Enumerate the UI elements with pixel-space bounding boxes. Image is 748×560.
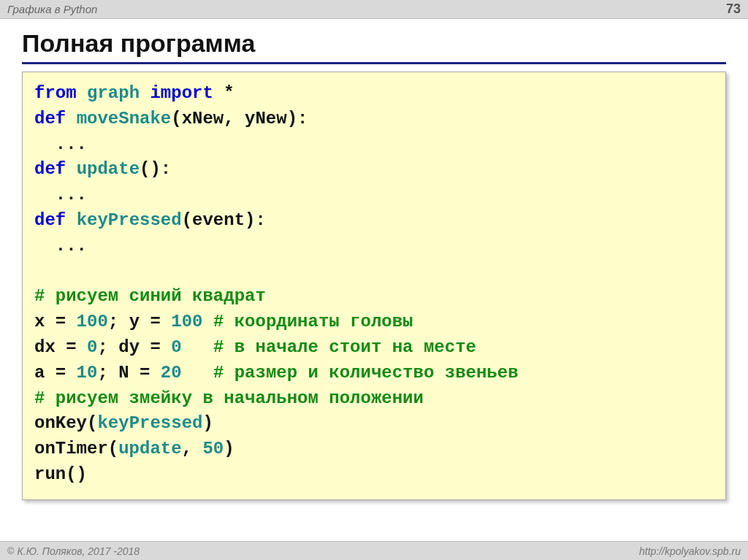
- code-text: a =: [34, 363, 77, 383]
- comment: # координаты головы: [213, 312, 413, 331]
- code-text: ():: [140, 159, 171, 179]
- code-text: *: [213, 83, 234, 103]
- code-block: from graph import * def moveSnake(xNew, …: [22, 72, 726, 500]
- num-literal: 100: [77, 312, 108, 331]
- num-literal: 0: [171, 337, 181, 357]
- func-name: moveSnake: [77, 109, 172, 129]
- copyright-icon: ©: [7, 545, 15, 556]
- code-text: [182, 337, 213, 357]
- code-text: x =: [34, 312, 77, 331]
- num-literal: 10: [77, 363, 98, 383]
- code-text: onTimer(: [34, 439, 118, 459]
- func-name: update: [77, 159, 140, 179]
- code-text: [182, 363, 213, 383]
- code-text: run(): [34, 464, 87, 484]
- code-text: ...: [34, 236, 87, 256]
- num-literal: 100: [171, 312, 202, 331]
- footer-bar: © К.Ю. Поляков, 2017 -2018 http://kpolya…: [0, 541, 748, 560]
- num-literal: 20: [161, 363, 182, 383]
- kw-def: def: [34, 159, 66, 179]
- page-number: 73: [726, 1, 741, 17]
- module-name: graph: [87, 83, 140, 103]
- header-bar: Графика в Python 73: [0, 0, 748, 19]
- code-text: ,: [182, 439, 203, 459]
- header-title: Графика в Python: [7, 3, 97, 15]
- ident: keyPressed: [97, 413, 202, 433]
- num-literal: 0: [87, 337, 97, 357]
- kw-import: import: [150, 83, 213, 103]
- code-text: ; N =: [97, 363, 160, 383]
- slide: Графика в Python 73 Полная программа fro…: [0, 0, 748, 560]
- func-name: keyPressed: [77, 210, 182, 230]
- code-text: (xNew, yNew):: [171, 109, 308, 129]
- ident: update: [118, 439, 181, 459]
- page-title: Полная программа: [22, 29, 726, 64]
- code-text: ...: [34, 185, 87, 204]
- comment: # рисуем синий квадрат: [34, 286, 266, 306]
- comment: # в начале стоит на месте: [213, 337, 476, 357]
- code-text: [202, 312, 213, 331]
- code-text: (event):: [182, 210, 266, 230]
- code-text: onKey(: [34, 413, 97, 433]
- kw-def: def: [34, 210, 66, 230]
- kw-from: from: [34, 83, 77, 103]
- content-area: Полная программа from graph import * def…: [0, 19, 748, 541]
- copyright-text: К.Ю. Поляков, 2017 -2018: [18, 545, 140, 557]
- code-text: ; y =: [108, 312, 171, 331]
- code-text: ): [224, 439, 234, 459]
- code-text: ; dy =: [97, 337, 171, 357]
- comment: # размер и количество звеньев: [213, 363, 519, 383]
- num-literal: 50: [202, 439, 224, 459]
- copyright: © К.Ю. Поляков, 2017 -2018: [7, 545, 140, 557]
- code-text: dx =: [34, 337, 87, 357]
- code-text: ): [202, 413, 213, 433]
- footer-url: http://kpolyakov.spb.ru: [639, 545, 741, 557]
- kw-def: def: [34, 109, 66, 129]
- code-text: ...: [34, 134, 87, 154]
- comment: # рисуем змейку в начальном положении: [34, 388, 424, 408]
